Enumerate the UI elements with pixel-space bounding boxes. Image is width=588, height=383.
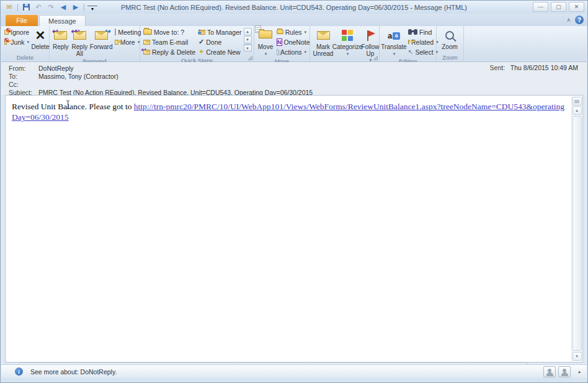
help-button[interactable]: ? <box>575 16 584 24</box>
select-button[interactable]: ↖ Select ▾ <box>407 47 437 56</box>
quick-step-to-manager[interactable]: To Manager <box>197 27 243 37</box>
actions-icon <box>277 49 278 55</box>
quick-step-team-email[interactable]: Team E-mail <box>142 37 197 47</box>
rules-button[interactable]: Rules ▾ <box>275 27 308 37</box>
undo-button[interactable]: ↶ <box>33 2 43 12</box>
next-item-button[interactable]: ▶ <box>71 2 81 12</box>
zoom-label: Zoom <box>442 44 458 51</box>
message-body[interactable]: Revised Unit Balance. Please got to http… <box>5 95 583 363</box>
mark-unread-button[interactable]: Mark Unread <box>312 27 334 64</box>
qat-separator <box>84 4 84 11</box>
find-button[interactable]: Find <box>407 27 437 37</box>
ribbon-group-delete: Ignore Junk ▾ ✕ Delete Delete <box>1 26 50 61</box>
header-row-cc: Cc: <box>1 81 587 89</box>
maximize-button[interactable]: ▢ <box>551 2 566 12</box>
onenote-button[interactable]: OneNote <box>275 37 308 47</box>
quick-step-done[interactable]: ✓ Done <box>197 37 243 47</box>
mail-icon: ✉ <box>4 2 14 12</box>
minimize-button[interactable]: — <box>533 2 548 12</box>
quick-steps-scroll-down-button[interactable]: ▾ <box>244 36 252 43</box>
sent-label: Sent: <box>490 64 506 71</box>
reply-delete-icon: ↩ <box>143 50 150 55</box>
people-pane-bar: i See more about: DoNotReply. ▴ <box>1 364 587 378</box>
actions-button[interactable]: Actions ▾ <box>275 47 308 56</box>
delete-button[interactable]: ✕ Delete <box>31 27 50 53</box>
scroll-down-button[interactable]: ▾ <box>572 352 582 361</box>
categorize-icon <box>342 30 353 41</box>
team-email-icon <box>143 40 150 45</box>
people-pane-collapse-icon[interactable]: ▴ <box>578 369 581 374</box>
quick-step-reply-delete[interactable]: ↩ Reply & Delete <box>142 47 197 56</box>
reply-arrow-icon: ↩ <box>74 28 79 34</box>
zoom-button[interactable]: Zoom <box>439 27 461 53</box>
sent-timestamp: Sent: Thu 8/6/2015 10:49 AM <box>490 64 578 71</box>
previous-item-button[interactable]: ◀ <box>58 2 68 12</box>
category-yellow-icon <box>348 30 353 35</box>
info-icon: i <box>15 367 23 376</box>
zoom-magnifier-icon <box>445 31 454 40</box>
related-button[interactable]: Related ▾ <box>407 37 437 47</box>
category-green-icon <box>342 36 347 41</box>
vertical-scrollbar[interactable]: ▴ ▾ <box>571 96 582 361</box>
related-icon <box>408 40 409 44</box>
quick-steps-scroll-up-button[interactable]: ▴ <box>244 28 252 35</box>
avatar[interactable] <box>543 366 556 377</box>
ignore-button[interactable]: Ignore <box>3 27 30 37</box>
junk-icon <box>4 40 7 45</box>
save-button[interactable] <box>21 2 31 12</box>
follow-up-label: Follow Up <box>362 44 380 57</box>
close-button[interactable]: ✕ <box>569 2 584 12</box>
title-bar: ✉ ↶ ↷ ◀ ▶ ▾ PMRC Test (No Action REquire… <box>1 1 587 14</box>
actions-label: Actions <box>280 48 301 56</box>
ribbon-group-quick-steps: Move to: ? Team E-mail ↩ Reply & Delete … <box>140 26 254 61</box>
dropdown-icon: ▾ <box>347 51 349 58</box>
categorize-button[interactable]: Categorize ▾ <box>335 27 360 64</box>
quick-step-create-new[interactable]: ✦ Create New <box>197 47 243 56</box>
no-sign-icon <box>4 38 9 42</box>
more-respond-button[interactable]: More ▾ <box>114 37 141 47</box>
quick-step-label: Move to: ? <box>154 29 184 36</box>
category-red-icon <box>342 30 347 35</box>
translate-button[interactable]: a a Translate ▾ <box>381 27 406 57</box>
quick-step-label: Team E-mail <box>152 38 188 46</box>
redo-button[interactable]: ↷ <box>46 2 56 12</box>
forward-arrow-icon: ↪ <box>104 28 110 34</box>
outlook-message-window: ✉ ↶ ↷ ◀ ▶ ▾ PMRC Test (No Action REquire… <box>0 0 588 383</box>
quick-step-label: Create New <box>206 48 240 56</box>
collapse-ribbon-icon[interactable]: ∧ <box>566 17 571 23</box>
quick-steps-overflow-button[interactable]: ▾ <box>244 44 252 52</box>
forward-button[interactable]: ↪ Forward <box>89 27 113 57</box>
sent-value: Thu 8/6/2015 10:49 AM <box>510 64 578 71</box>
junk-button[interactable]: Junk ▾ <box>3 37 30 47</box>
junk-label: Junk <box>11 38 24 46</box>
save-icon <box>23 4 30 11</box>
group-label-zoom: Zoom <box>439 53 461 61</box>
reply-all-button[interactable]: ↩↩ Reply All <box>71 27 89 57</box>
reply-button[interactable]: ↩ Reply <box>51 27 70 57</box>
tab-file[interactable]: File <box>6 15 38 26</box>
people-pane-text: See more about: DoNotReply. <box>30 368 117 376</box>
reply-icon: ↩ <box>54 31 67 40</box>
dialog-launcher-icon[interactable] <box>248 56 252 60</box>
scroll-up-button[interactable]: ▴ <box>572 106 582 115</box>
dialog-launcher-icon[interactable] <box>373 56 378 60</box>
customize-quick-access-button[interactable]: ▾ <box>87 6 97 11</box>
follow-up-flag-icon <box>365 30 375 42</box>
move-button[interactable]: Move ▾ <box>256 27 275 57</box>
scrollbar-thumb[interactable] <box>572 116 582 351</box>
translate-latin-glyph: a <box>388 32 392 40</box>
reply-arrow-icon: ↩ <box>51 28 57 34</box>
quick-step-label: Done <box>206 38 221 46</box>
ribbon-group-zoom: Zoom Zoom <box>437 26 464 61</box>
find-binoculars-icon <box>408 29 417 35</box>
rules-icon <box>277 30 283 34</box>
quick-step-move-to[interactable]: Move to: ? <box>142 27 197 37</box>
ribbon-group-move: Move ▾ Rules ▾ OneNote Actions <box>254 26 310 61</box>
tab-message[interactable]: Message <box>39 15 86 26</box>
cc-label: Cc: <box>1 81 38 89</box>
no-sign-icon <box>6 28 11 32</box>
meeting-button[interactable]: Meeting <box>114 27 141 37</box>
avatar[interactable] <box>558 366 571 377</box>
ruler-toggle-button[interactable] <box>572 97 582 106</box>
message-body-text[interactable]: Revised Unit Balance. Please got to http… <box>6 96 582 128</box>
